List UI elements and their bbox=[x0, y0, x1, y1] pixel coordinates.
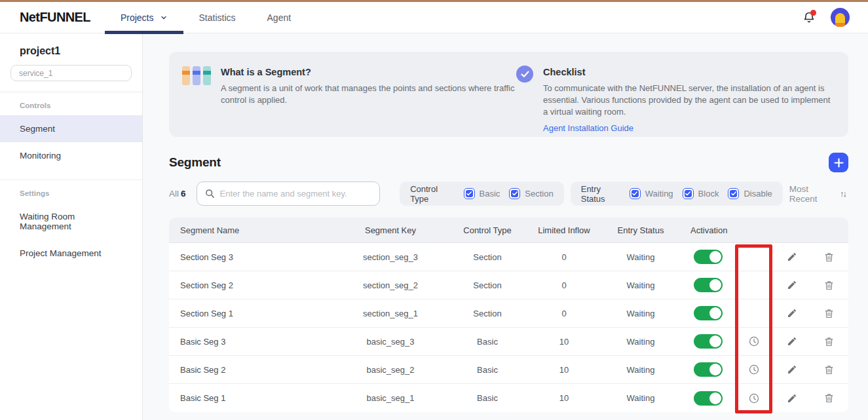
cell-activation bbox=[687, 391, 734, 406]
cell-segment-key: section_seg_3 bbox=[339, 252, 442, 262]
delete-trash-icon[interactable] bbox=[823, 336, 835, 347]
service-selector-value: service_1 bbox=[19, 69, 52, 78]
toggle-knob bbox=[709, 251, 721, 263]
cell-edit bbox=[774, 252, 810, 262]
delete-trash-icon[interactable] bbox=[823, 308, 835, 319]
cell-edit bbox=[774, 336, 810, 347]
check-circle-icon bbox=[516, 66, 533, 83]
checkbox-basic[interactable]: Basic bbox=[464, 188, 500, 199]
project-title: project1 bbox=[20, 45, 142, 57]
cell-limited-inflow: 10 bbox=[533, 365, 595, 375]
info-card-body: A segment is a unit of work that manages… bbox=[221, 83, 516, 106]
nav-projects-label: Projects bbox=[121, 12, 154, 23]
delete-trash-icon[interactable] bbox=[823, 392, 835, 404]
cell-schedule bbox=[734, 392, 774, 404]
checkbox-section-label: Section bbox=[525, 189, 553, 199]
sidebar-item-waiting-room-management[interactable]: Waiting Room Management bbox=[0, 203, 142, 240]
nav-projects[interactable]: Projects bbox=[105, 2, 183, 33]
cell-delete bbox=[810, 392, 848, 404]
cell-entry-status: Waiting bbox=[595, 280, 687, 290]
cell-entry-status: Waiting bbox=[595, 252, 687, 262]
table-row: Basic Seg 1basic_seg_1Basic10Waiting bbox=[169, 384, 848, 412]
cell-entry-status: Waiting bbox=[595, 393, 687, 403]
table-header-row: Segment Name Segment Key Control Type Li… bbox=[169, 218, 848, 243]
cell-limited-inflow: 0 bbox=[533, 280, 595, 290]
delete-trash-icon[interactable] bbox=[823, 364, 835, 375]
all-label: All bbox=[169, 189, 179, 199]
edit-pencil-icon[interactable] bbox=[787, 393, 797, 404]
schedule-clock-icon[interactable] bbox=[748, 335, 760, 347]
cell-activation bbox=[687, 306, 734, 320]
activation-toggle[interactable] bbox=[694, 278, 723, 292]
toggle-knob bbox=[709, 279, 721, 291]
toggle-knob bbox=[709, 307, 721, 319]
user-avatar[interactable] bbox=[831, 8, 850, 27]
cell-control-type: Basic bbox=[442, 365, 533, 375]
cell-segment-key: section_seg_2 bbox=[339, 280, 442, 290]
cell-delete bbox=[810, 364, 848, 375]
sort-arrows-icon: ↑↓ bbox=[840, 189, 846, 199]
cell-activation bbox=[687, 362, 734, 377]
cell-entry-status: Waiting bbox=[595, 309, 687, 318]
all-count: 6 bbox=[181, 189, 186, 199]
page-title: Segment bbox=[169, 155, 221, 170]
col-limited-inflow: Limited Inflow bbox=[533, 225, 595, 235]
search-input[interactable] bbox=[220, 189, 372, 199]
delete-trash-icon[interactable] bbox=[823, 252, 835, 263]
col-segment-key: Segment Key bbox=[339, 225, 442, 235]
schedule-clock-icon[interactable] bbox=[748, 364, 760, 375]
info-banner: What is a Segment? A segment is a unit o… bbox=[169, 52, 848, 137]
cell-entry-status: Waiting bbox=[595, 365, 687, 375]
sidebar-section-controls: Controls bbox=[0, 92, 142, 115]
cell-segment-name: Basic Seg 1 bbox=[169, 393, 339, 403]
schedule-clock-icon[interactable] bbox=[748, 392, 760, 404]
cell-delete bbox=[810, 252, 848, 263]
table-row: Basic Seg 3basic_seg_3Basic10Waiting bbox=[169, 328, 848, 356]
agent-installation-guide-link[interactable]: Agent Installation Guide bbox=[543, 123, 633, 133]
nav-statistics[interactable]: Statistics bbox=[183, 2, 252, 33]
main-nav: Projects Statistics Agent bbox=[105, 2, 307, 33]
table-row: Section Seg 1section_seg_1Section0Waitin… bbox=[169, 299, 848, 328]
checkbox-basic-label: Basic bbox=[480, 189, 500, 199]
service-selector[interactable]: service_1 bbox=[10, 65, 132, 81]
cell-control-type: Basic bbox=[442, 393, 533, 403]
activation-toggle[interactable] bbox=[694, 250, 723, 264]
cell-limited-inflow: 10 bbox=[533, 393, 595, 403]
avatar-person-icon bbox=[835, 13, 845, 27]
info-card-segment: What is a Segment? A segment is a unit o… bbox=[182, 66, 516, 137]
add-segment-button[interactable] bbox=[829, 153, 848, 172]
edit-pencil-icon[interactable] bbox=[787, 308, 797, 318]
checkbox-disable[interactable]: Disable bbox=[728, 188, 772, 199]
notification-bell-icon[interactable] bbox=[802, 10, 816, 25]
cell-schedule bbox=[734, 335, 774, 347]
col-activation: Activation bbox=[687, 225, 734, 235]
segment-table-body: Section Seg 3section_seg_3Section0Waitin… bbox=[169, 243, 848, 412]
info-card-title: Checklist bbox=[543, 67, 835, 77]
activation-toggle[interactable] bbox=[694, 391, 723, 406]
cell-edit bbox=[774, 308, 810, 318]
sidebar-item-monitoring[interactable]: Monitoring bbox=[0, 142, 142, 169]
edit-pencil-icon[interactable] bbox=[787, 252, 797, 262]
checkbox-section[interactable]: Section bbox=[509, 188, 553, 199]
cell-segment-name: Basic Seg 2 bbox=[169, 365, 339, 375]
notification-badge bbox=[810, 10, 816, 16]
cell-segment-key: basic_seg_3 bbox=[339, 337, 442, 347]
edit-pencil-icon[interactable] bbox=[787, 364, 797, 375]
sidebar-item-segment[interactable]: Segment bbox=[0, 115, 142, 142]
entry-status-filter: Entry Status Waiting Block Disable bbox=[571, 181, 783, 206]
search-box[interactable] bbox=[197, 181, 381, 206]
cell-control-type: Section bbox=[442, 280, 533, 290]
checkbox-block[interactable]: Block bbox=[683, 188, 719, 199]
edit-pencil-icon[interactable] bbox=[787, 336, 797, 347]
activation-toggle[interactable] bbox=[694, 334, 723, 349]
cell-delete bbox=[810, 280, 848, 291]
sort-control[interactable]: Most Recent ↑↓ bbox=[789, 184, 848, 204]
sidebar-item-project-management[interactable]: Project Management bbox=[0, 240, 142, 267]
delete-trash-icon[interactable] bbox=[823, 280, 835, 291]
edit-pencil-icon[interactable] bbox=[787, 280, 797, 290]
checkbox-waiting[interactable]: Waiting bbox=[630, 188, 673, 199]
activation-toggle[interactable] bbox=[694, 306, 723, 320]
nav-agent[interactable]: Agent bbox=[252, 2, 307, 33]
activation-toggle[interactable] bbox=[694, 362, 723, 377]
netfunnel-logo: NetFUNNEL bbox=[20, 10, 90, 25]
